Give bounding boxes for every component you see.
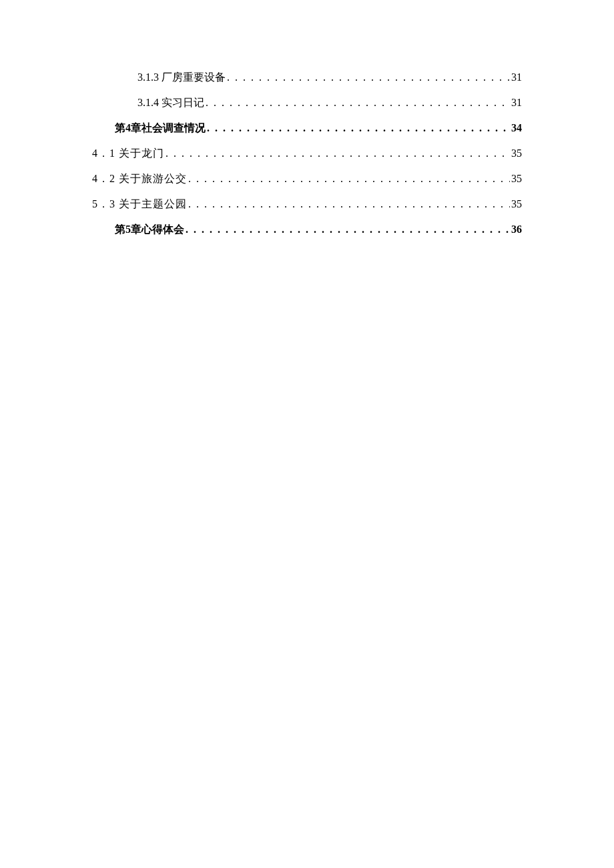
toc-entry: 3.1.3 厂房重要设备 31: [92, 72, 522, 83]
toc-entry: 5．3 关于主题公园 35: [92, 199, 522, 209]
toc-leader-dots: [186, 224, 510, 235]
toc-label: 第5章心得体会: [115, 224, 184, 235]
toc-entry: 4．2 关于旅游公交 35: [92, 173, 522, 184]
toc-chapter-entry: 第5章心得体会 36: [92, 224, 522, 235]
document-page: 3.1.3 厂房重要设备 31 3.1.4 实习日记 31 第4章社会调查情况 …: [0, 0, 614, 235]
toc-label: 3.1.3 厂房重要设备: [137, 72, 226, 83]
toc-page-number: 31: [511, 72, 522, 83]
toc-leader-dots: [188, 199, 510, 209]
toc-page-number: 36: [511, 224, 522, 235]
toc-label: 4．2 关于旅游公交: [92, 173, 187, 184]
toc-page-number: 35: [511, 148, 522, 159]
toc-leader-dots: [188, 173, 510, 184]
toc-leader-dots: [206, 97, 510, 108]
toc-page-number: 35: [511, 173, 522, 184]
toc-chapter-entry: 第4章社会调查情况 34: [92, 123, 522, 133]
toc-entry: 4．1 关于龙门 35: [92, 148, 522, 159]
toc-page-number: 31: [511, 97, 522, 108]
toc-label: 3.1.4 实习日记: [137, 97, 204, 108]
toc-page-number: 35: [511, 199, 522, 209]
toc-entry: 3.1.4 实习日记 31: [92, 97, 522, 108]
toc-page-number: 34: [511, 123, 522, 133]
toc-leader-dots: [227, 72, 510, 83]
toc-label: 5．3 关于主题公园: [92, 199, 187, 209]
toc-leader-dots: [166, 148, 510, 159]
toc-label: 第4章社会调查情况: [115, 123, 206, 133]
toc-label: 4．1 关于龙门: [92, 148, 164, 159]
toc-leader-dots: [207, 123, 510, 133]
